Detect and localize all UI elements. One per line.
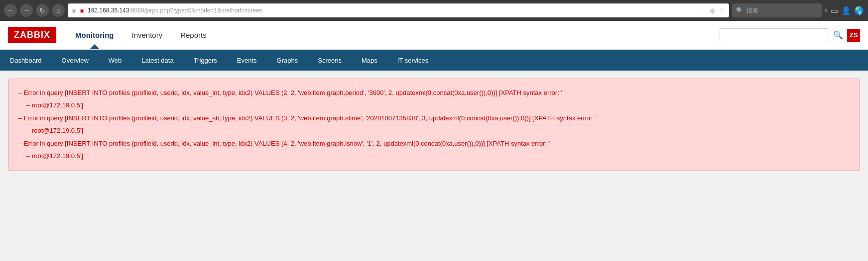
account-icon[interactable]: 👤 [841,6,851,15]
shield-icon: ◉ [72,7,77,14]
subnav-latest-data[interactable]: Latest data [131,50,183,71]
error-line-2a: – Error in query [INSERT INTO profiles (… [18,112,850,124]
user-avatar[interactable]: ZS [847,29,860,42]
main-nav: Monitoring Inventory Reports [66,21,216,49]
error-line-1a: – Error in query [INSERT INTO profiles (… [18,87,850,98]
error-line-3b: – root@172.19.0.5'] [18,150,850,162]
header-search-input[interactable] [720,28,829,42]
nav-monitoring[interactable]: Monitoring [66,21,123,49]
header-search-icon[interactable]: 🔍 [833,30,843,40]
address-url: 192.168.35.143:8080/jsrpc.php?type=0&mod… [88,7,694,14]
browser-right-icons: ▫ ▭ 👤 🌎 [825,6,864,15]
tab-icon[interactable]: ▭ [831,6,838,15]
nav-reports[interactable]: Reports [171,21,216,49]
subnav-screens[interactable]: Screens [308,50,352,71]
library-icon[interactable]: ▫ [825,6,828,15]
browser-chrome: ← → ↻ ⌂ ◉ ◉ 192.168.35.143:8080/jsrpc.ph… [0,0,868,21]
main-content: – Error in query [INSERT INTO profiles (… [0,71,868,220]
forward-button[interactable]: → [20,4,33,17]
bookmark-icon[interactable]: ☆ [719,6,725,14]
favicon-icon: ◉ [80,7,85,14]
home-button[interactable]: ⌂ [52,4,65,17]
subnav-events[interactable]: Events [227,50,267,71]
globe-icon[interactable]: 🌎 [854,6,864,15]
subnav-dashboard[interactable]: Dashboard [0,50,52,71]
address-bar[interactable]: ◉ ◉ 192.168.35.143:8080/jsrpc.php?type=0… [68,3,729,17]
sub-nav: Dashboard Overview Web Latest data Trigg… [0,50,868,71]
nav-inventory[interactable]: Inventory [123,21,171,49]
error-line-1b: – root@172.19.0.5'] [18,99,850,111]
search-icon: 🔍 [736,7,744,14]
error-line-2b: – root@172.19.0.5'] [18,125,850,136]
error-line-3a: – Error in query [INSERT INTO profiles (… [18,138,850,149]
pocket-icon[interactable]: ◉ [710,6,716,14]
error-box: – Error in query [INSERT INTO profiles (… [8,79,860,171]
subnav-maps[interactable]: Maps [352,50,387,71]
header-right: 🔍 ZS [720,28,860,42]
search-label: 搜索 [746,6,758,15]
subnav-web[interactable]: Web [99,50,132,71]
subnav-triggers[interactable]: Triggers [184,50,227,71]
zabbix-logo[interactable]: ZABBIX [8,27,56,43]
subnav-graphs[interactable]: Graphs [267,50,308,71]
subnav-it-services[interactable]: IT services [387,50,439,71]
more-options-button[interactable]: ··· [697,6,707,14]
browser-search-bar[interactable]: 🔍 搜索 [732,3,822,17]
refresh-button[interactable]: ↻ [36,4,49,17]
app-header: ZABBIX Monitoring Inventory Reports 🔍 ZS [0,21,868,50]
subnav-overview[interactable]: Overview [52,50,99,71]
back-button[interactable]: ← [4,4,17,17]
